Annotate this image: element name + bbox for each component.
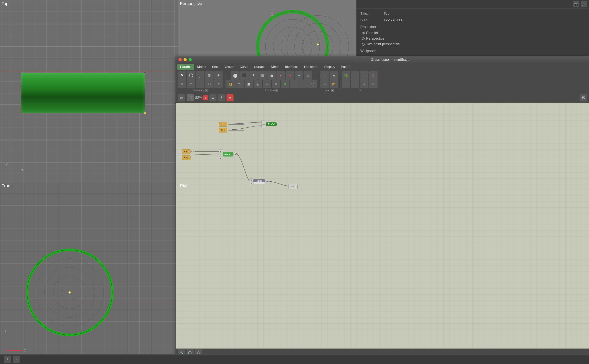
input-expand[interactable]: ▾ (331, 89, 334, 92)
node-crv3[interactable]: Crv (182, 149, 191, 154)
menu-maths[interactable]: Maths (194, 64, 209, 70)
viewport-top[interactable]: Top y x (0, 0, 178, 182)
tool-gray-sq-btn[interactable]: ■ (272, 80, 280, 88)
tool-cube-btn[interactable]: ⬛ (240, 71, 249, 80)
plus-button[interactable]: + (4, 356, 11, 363)
tool-arrow-btn[interactable]: ↗ (214, 80, 223, 88)
tool-star-btn[interactable]: ✦ (214, 71, 223, 80)
tool-in3-btn[interactable]: A (321, 80, 329, 88)
tool-arrow-r-btn[interactable]: → (295, 71, 303, 80)
node-crv2[interactable]: Crv (219, 128, 227, 132)
properties-panel: 📷 ▭ Title: Top Size: 1225 x 908 Projecti… (356, 0, 589, 56)
menu-mesh[interactable]: Mesh (268, 64, 282, 70)
tool-num1-btn[interactable]: 1 (249, 71, 258, 80)
menu-sets[interactable]: Sets (209, 64, 221, 70)
rect-handle-tr[interactable] (144, 72, 146, 74)
viewport-front[interactable]: Front z x (0, 182, 178, 364)
tool-tree-btn[interactable]: 🌿 (342, 71, 350, 80)
parallel-radio-dot[interactable] (362, 32, 365, 34)
tool-grid-btn[interactable]: ⊞ (268, 71, 276, 80)
menu-curve[interactable]: Curve (237, 64, 251, 70)
tool-arrow-r2-btn[interactable]: → (290, 80, 299, 88)
tool-curve-btn[interactable]: ∫ (196, 71, 204, 80)
canvas-view-btn1[interactable]: ▭ (178, 94, 185, 101)
tool-wave-btn[interactable]: 〰 (235, 80, 244, 88)
maximize-button[interactable] (189, 58, 192, 61)
tool-square-btn[interactable]: ▣ (245, 80, 253, 88)
node-revsrf2[interactable]: RevSrf (223, 152, 233, 156)
camera-icon[interactable]: 📷 (573, 1, 579, 7)
geometry-expand[interactable]: ▾ (205, 89, 207, 92)
tool-list-btn[interactable]: ▤ (258, 71, 267, 80)
tool-sphere-btn[interactable]: ⬤ (231, 71, 240, 80)
cone-icon: ▽ (311, 82, 314, 86)
node-geo[interactable]: Geo (288, 184, 298, 189)
util4-icon: ▽ (372, 82, 375, 86)
cube-icon: ⬛ (242, 73, 247, 78)
canvas-view-btn2[interactable]: ⬡ (187, 94, 194, 101)
tool-dot-btn[interactable]: · (196, 80, 204, 88)
wave-icon: 〰 (238, 82, 241, 86)
projection-two-point[interactable]: Two point perspective (362, 42, 585, 46)
tool-circ2-btn[interactable]: ◎ (254, 80, 262, 88)
tool-in2-btn[interactable]: ⊞ (329, 71, 338, 80)
tool-red-btn[interactable]: ● (286, 71, 294, 80)
primitive-expand[interactable]: ▾ (275, 89, 278, 92)
tool-util3-btn[interactable]: ▲ (360, 80, 368, 88)
menu-params[interactable]: Params (177, 64, 194, 70)
menu-display[interactable]: Display (321, 64, 338, 70)
projection-parallel[interactable]: Parallel (362, 31, 585, 35)
tool-cone-btn[interactable]: ▽ (308, 80, 317, 88)
two-point-radio-dot[interactable] (362, 43, 365, 46)
tool-util4-btn[interactable]: ▽ (369, 80, 378, 88)
minus-button[interactable]: - (13, 356, 20, 363)
node-python[interactable]: Python (253, 179, 265, 184)
canvas-expand-btn[interactable]: ⇱ (580, 94, 587, 101)
node-crv1[interactable]: Crv (219, 122, 227, 127)
menu-intersect[interactable]: Intersect (282, 64, 301, 70)
rect-handle-br[interactable] (144, 112, 146, 114)
node-revsrf1[interactable]: RevSrf (266, 123, 277, 126)
tool-arrow-dn-btn[interactable]: ↓ (360, 71, 368, 80)
canvas-eye-btn[interactable]: 👁 (218, 94, 225, 101)
tool-in4-btn[interactable]: ◤ (329, 80, 338, 88)
tool-circle-btn[interactable] (187, 71, 195, 80)
menu-transform[interactable]: Transform (301, 64, 321, 70)
in3-icon: A (324, 82, 326, 86)
gh-titlebar[interactable]: Grasshopper - lampShade (176, 56, 589, 64)
menu-vector[interactable]: Vector (222, 64, 236, 70)
node-crv4[interactable]: Crv (182, 155, 191, 160)
wire-1 (228, 124, 244, 125)
tool-in1-btn[interactable]: ↓ (321, 71, 329, 80)
tool-pink2-btn[interactable]: ▽ (369, 71, 378, 80)
tool-arrow-r3-btn[interactable]: → (299, 80, 308, 88)
tool-util2-btn[interactable]: → (351, 80, 359, 88)
window-icon[interactable]: ▭ (581, 1, 587, 7)
tool-surf-btn[interactable]: ◨ (226, 80, 235, 88)
tool-gear-btn[interactable]: ⚙ (205, 71, 214, 80)
tool-pen-btn[interactable]: ✏ (178, 80, 186, 88)
tool-hex-btn[interactable]: ⬡ (205, 80, 214, 88)
perspective-radio-dot[interactable] (362, 37, 365, 40)
tool-pink-btn[interactable]: ● (276, 71, 285, 80)
menu-surface[interactable]: Surface (251, 64, 268, 70)
gh-canvas[interactable]: Crv Crv P S RevSrf Crv (176, 103, 589, 349)
red-icon: ● (289, 73, 291, 78)
zoom-dropdown-btn[interactable]: ▾ (203, 95, 208, 100)
tool-green-sq-btn[interactable]: ■ (281, 80, 289, 88)
revsrf1-layout: P S RevSrf (261, 120, 277, 128)
menu-pufferfi[interactable]: Pufferfi (338, 64, 354, 70)
perspective-label: Perspective (366, 37, 384, 41)
tool-util1-btn[interactable]: → (342, 80, 350, 88)
canvas-settings-btn[interactable]: ⚙ (209, 94, 216, 101)
tool-diamond-btn[interactable]: ◇ (187, 80, 195, 88)
arrow-r-icon: → (297, 74, 301, 77)
tool-x-btn[interactable]: ✕ (178, 71, 186, 80)
tool-arrow-d-btn[interactable]: ▲ (304, 71, 312, 80)
canvas-red-btn[interactable]: ● (227, 94, 234, 101)
tool-arrow-up-btn[interactable]: ↑ (351, 71, 359, 80)
projection-perspective[interactable]: Perspective (362, 37, 585, 41)
minimize-button[interactable] (184, 58, 187, 61)
close-button[interactable] (179, 58, 182, 61)
tool-rect-btn[interactable]: ▭ (263, 80, 271, 88)
